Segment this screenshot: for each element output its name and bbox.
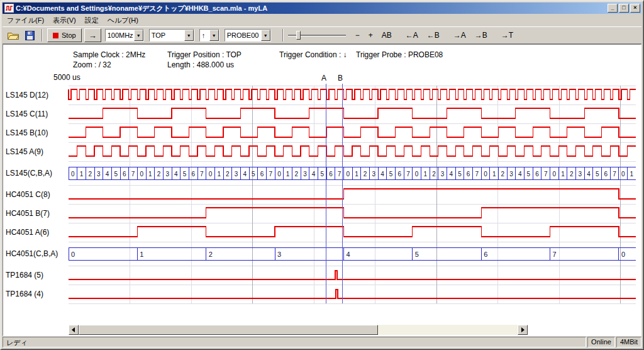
bus-value: 4 bbox=[450, 171, 453, 178]
chevron-down-icon[interactable]: ▼ bbox=[209, 30, 219, 41]
sample-clock-select[interactable]: 100MHz ▼ bbox=[105, 29, 144, 42]
chevron-down-icon[interactable]: ▼ bbox=[134, 30, 143, 41]
cursor-b-label: B bbox=[338, 74, 343, 82]
bus-value: 0 bbox=[209, 171, 213, 178]
scrollbar-thumb[interactable] bbox=[79, 325, 378, 335]
bus-value: 3 bbox=[441, 171, 445, 178]
trigger-position-value: TOP bbox=[150, 31, 184, 39]
toolbar-separator bbox=[42, 29, 43, 42]
window-title: C:¥Documents and Settings¥noname¥デスクトップ¥… bbox=[16, 4, 606, 13]
menu-file[interactable]: ファイル(F) bbox=[3, 15, 48, 26]
waveform-area[interactable]: 5000 usLS145 D(12)LS145 C(11)LS145 B(10)… bbox=[1, 70, 644, 309]
slider-thumb[interactable] bbox=[296, 31, 301, 40]
save-button[interactable] bbox=[22, 28, 37, 42]
goto-b-left-button[interactable]: ←B bbox=[425, 29, 442, 42]
bus-value: 6 bbox=[467, 171, 470, 178]
status-bar: レディ Online 4MBit bbox=[3, 337, 641, 347]
bus-value: 5 bbox=[596, 171, 599, 178]
menu-settings[interactable]: 設定 bbox=[80, 15, 103, 26]
bus-value: 6 bbox=[191, 171, 195, 178]
goto-a-left-button[interactable]: ←A bbox=[403, 29, 421, 42]
trigger-edge-select[interactable]: ↑ ▼ bbox=[199, 29, 219, 42]
bus-value: 3 bbox=[235, 171, 238, 178]
bus-value: 7 bbox=[338, 171, 341, 178]
bus-value: 7 bbox=[131, 171, 135, 178]
digital-wave bbox=[69, 227, 636, 237]
chevron-down-icon[interactable]: ▼ bbox=[261, 30, 270, 41]
bus-value: 4 bbox=[243, 171, 247, 178]
channel-label: TP1684 (4) bbox=[6, 290, 43, 298]
chevron-down-icon[interactable]: ▼ bbox=[184, 30, 194, 41]
scroll-right-button[interactable] bbox=[518, 325, 528, 335]
ab-cursor-button[interactable]: AB bbox=[379, 29, 394, 42]
goto-trigger-button[interactable]: →T bbox=[499, 29, 516, 42]
bus-value: 4 bbox=[312, 171, 316, 178]
menu-view[interactable]: 表示(V) bbox=[48, 15, 80, 26]
bus-value: 0 bbox=[415, 171, 419, 178]
pulse-wave bbox=[69, 271, 636, 279]
bus-value: 5 bbox=[389, 171, 393, 178]
scroll-left-button[interactable] bbox=[69, 325, 79, 335]
bus-value: 1 bbox=[148, 171, 152, 178]
trigger-probe-info: Trigger Probe : PROBE08 bbox=[356, 50, 443, 59]
bus-value: 4 bbox=[587, 171, 591, 178]
stop-button[interactable]: Stop bbox=[47, 28, 82, 42]
bus-value: 0 bbox=[484, 171, 487, 178]
bus-value: 4 bbox=[380, 171, 384, 178]
bus-value: 4 bbox=[346, 251, 350, 258]
bus-value: 0 bbox=[277, 171, 281, 178]
bus-value: 7 bbox=[269, 171, 272, 178]
trigger-position-select[interactable]: TOP ▼ bbox=[149, 29, 194, 42]
floppy-icon bbox=[25, 31, 35, 40]
app-window: C:¥Documents and Settings¥noname¥デスクトップ¥… bbox=[0, 0, 644, 350]
bus-value: 0 bbox=[621, 251, 625, 258]
app-icon bbox=[4, 4, 14, 13]
bus-value: 3 bbox=[303, 171, 307, 178]
zoom-in-button[interactable]: + bbox=[366, 29, 375, 42]
bus-value: 0 bbox=[71, 251, 75, 258]
bus-value: 1 bbox=[140, 251, 143, 258]
channel-label: HC4051 C(8) bbox=[6, 190, 50, 199]
digital-wave bbox=[69, 127, 636, 137]
bus-value: 4 bbox=[174, 171, 178, 178]
digital-wave bbox=[69, 208, 636, 218]
strobe-wave bbox=[69, 89, 636, 99]
digital-wave bbox=[69, 108, 636, 118]
status-message: レディ bbox=[3, 337, 586, 347]
bus-value: 5 bbox=[458, 171, 462, 178]
channel-label: LS145 A(9) bbox=[6, 147, 43, 156]
zoom-slider[interactable] bbox=[288, 29, 346, 42]
bus-value: 6 bbox=[535, 171, 539, 178]
triangle-left-icon bbox=[72, 327, 75, 332]
bus-value: 4 bbox=[106, 171, 109, 178]
zoom-out-button[interactable]: − bbox=[353, 29, 362, 42]
minimize-button[interactable]: _ bbox=[608, 4, 618, 13]
title-bar[interactable]: C:¥Documents and Settings¥noname¥デスクトップ¥… bbox=[3, 3, 641, 14]
run-button[interactable]: → bbox=[84, 28, 101, 42]
bus-value: 7 bbox=[613, 171, 616, 178]
channel-label: LS145 B(10) bbox=[6, 128, 48, 137]
goto-b-right-button[interactable]: →B bbox=[472, 29, 490, 42]
bus-value: 5 bbox=[114, 171, 118, 178]
stop-icon bbox=[53, 33, 58, 38]
horizontal-scrollbar[interactable] bbox=[69, 325, 528, 335]
bus-value: 7 bbox=[406, 171, 410, 178]
zoom-info: Zoom : / 32 bbox=[73, 60, 111, 69]
bus-value: 2 bbox=[88, 171, 92, 178]
channel-label: TP1684 (5) bbox=[6, 271, 43, 279]
bus-value: 3 bbox=[277, 251, 281, 258]
bus-value: 3 bbox=[165, 171, 169, 178]
length-info: Length : 488.000 us bbox=[167, 60, 234, 69]
trigger-probe-select[interactable]: PROBE00 ▼ bbox=[225, 29, 271, 42]
goto-a-right-button[interactable]: →A bbox=[451, 29, 469, 42]
triangle-right-icon bbox=[521, 327, 525, 332]
menu-help[interactable]: ヘルプ(H) bbox=[103, 15, 143, 26]
trigger-edge-value: ↑ bbox=[200, 31, 209, 39]
bus-value: 1 bbox=[217, 171, 221, 178]
bus-value: 3 bbox=[579, 171, 582, 178]
maximize-button[interactable]: □ bbox=[619, 4, 629, 13]
open-button[interactable] bbox=[6, 28, 21, 42]
bus-value: 6 bbox=[398, 171, 402, 178]
close-button[interactable]: × bbox=[630, 4, 640, 13]
bus-value: 2 bbox=[294, 171, 298, 178]
